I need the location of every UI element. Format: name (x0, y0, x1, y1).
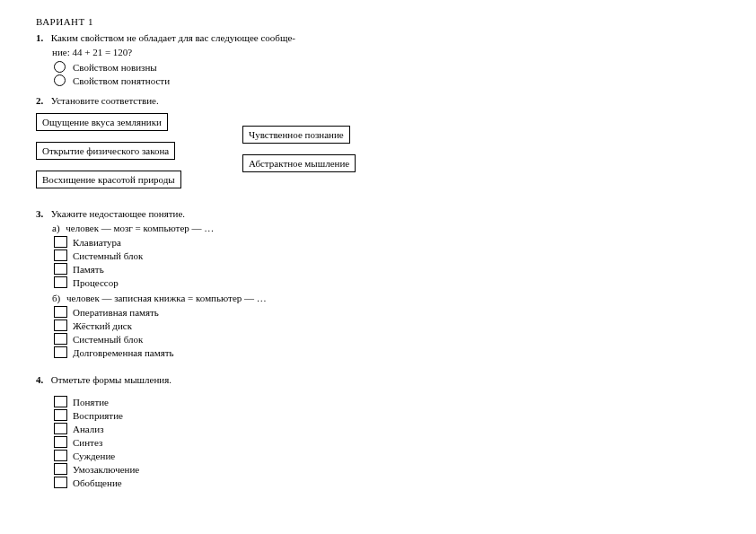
q3-sub-a-label: а) (52, 223, 60, 233)
radio-icon (54, 74, 66, 86)
q3b-option-4[interactable]: Долговременная память (54, 346, 756, 358)
q4-option-2[interactable]: Восприятие (54, 409, 756, 421)
q3b-option-2[interactable]: Жёсткий диск (54, 320, 756, 331)
q4-option-2-label: Восприятие (73, 410, 123, 421)
q3a-option-1-label: Клавиатура (73, 237, 121, 248)
q3a-option-2-label: Системный блок (73, 250, 143, 261)
checkbox-icon (54, 320, 67, 331)
checkbox-icon (54, 236, 67, 248)
q3-sub-a-text: человек — мозг = компьютер — … (66, 223, 214, 233)
q3-text: Укажите недостающее понятие. (51, 208, 185, 219)
checkbox-icon (54, 249, 67, 261)
q1-option-1-label: Свойством новизны (73, 62, 157, 73)
checkbox-icon (54, 306, 67, 318)
checkbox-icon (54, 477, 67, 488)
q3a-option-1[interactable]: Клавиатура (54, 236, 756, 248)
checkbox-icon (54, 409, 67, 421)
q3b-option-2-label: Жёсткий диск (73, 320, 132, 331)
q2-number: 2. (36, 95, 48, 106)
q3-sub-b-text: человек — записная книжка = компьютер — … (66, 293, 267, 303)
match-right-2[interactable]: Абстрактное мышление (242, 154, 356, 172)
checkbox-icon (54, 263, 67, 275)
question-1: 1. Каким свойством не обладает для вас с… (36, 32, 756, 86)
question-4: 4. Отметьте формы мышления. Понятие Восп… (36, 374, 756, 488)
checkbox-icon (54, 333, 67, 345)
q4-option-3-label: Анализ (73, 424, 104, 434)
checkbox-icon (54, 450, 67, 461)
checkbox-icon (54, 423, 67, 434)
checkbox-icon (54, 436, 67, 448)
q3a-option-3-label: Память (73, 264, 104, 275)
variant-title: ВАРИАНТ 1 (36, 16, 756, 27)
q4-option-4[interactable]: Синтез (54, 436, 756, 448)
radio-icon (54, 61, 66, 73)
q4-option-7[interactable]: Обобщение (54, 477, 756, 488)
q3a-option-2[interactable]: Системный блок (54, 249, 756, 261)
q4-option-1[interactable]: Понятие (54, 396, 756, 407)
q3b-option-3-label: Системный блок (73, 334, 143, 345)
q3-number: 3. (36, 208, 48, 219)
q3b-option-4-label: Долговременная память (73, 347, 174, 358)
q1-text-line1: Каким свойством не обладает для вас след… (51, 32, 295, 43)
q4-option-6-label: Умозаключение (73, 464, 139, 475)
page-content: ВАРИАНТ 1 1. Каким свойством не обладает… (0, 0, 756, 488)
match-container: Ощущение вкуса земляники Открытие физиче… (36, 113, 756, 199)
q4-number: 4. (36, 374, 48, 385)
q4-option-6[interactable]: Умозаключение (54, 463, 756, 475)
checkbox-icon (54, 463, 67, 475)
q3-sub-b-label: б) (52, 293, 60, 303)
q1-option-2-label: Свойством понятности (73, 75, 170, 86)
match-left-2[interactable]: Открытие физического закона (36, 142, 175, 160)
q1-option-2[interactable]: Свойством понятности (54, 74, 756, 86)
question-2: 2. Установите соответствие. Ощущение вку… (36, 95, 756, 199)
checkbox-icon (54, 396, 67, 407)
q4-text: Отметьте формы мышления. (51, 374, 171, 385)
match-right-1[interactable]: Чувственное познание (242, 126, 350, 144)
q4-option-4-label: Синтез (73, 437, 102, 448)
question-3: 3. Укажите недостающее понятие. а) челов… (36, 208, 756, 358)
q4-option-3[interactable]: Анализ (54, 423, 756, 434)
q2-text: Установите соответствие. (51, 95, 159, 106)
q3a-option-4-label: Процессор (73, 277, 119, 288)
q4-option-7-label: Обобщение (73, 477, 122, 488)
match-left-3[interactable]: Восхищение красотой природы (36, 171, 181, 188)
q4-option-5[interactable]: Суждение (54, 450, 756, 461)
q3a-option-4[interactable]: Процессор (54, 276, 756, 288)
match-left-1[interactable]: Ощущение вкуса земляники (36, 113, 168, 131)
q3b-option-3[interactable]: Системный блок (54, 333, 756, 345)
q1-option-1[interactable]: Свойством новизны (54, 61, 756, 73)
q4-option-5-label: Суждение (73, 451, 115, 461)
checkbox-icon (54, 346, 67, 358)
q3a-option-3[interactable]: Память (54, 263, 756, 275)
q1-text-line2: ние: 44 + 21 = 120? (52, 47, 132, 57)
q3b-option-1-label: Оперативная память (73, 307, 159, 318)
q3b-option-1[interactable]: Оперативная память (54, 306, 756, 318)
q1-number: 1. (36, 32, 48, 43)
checkbox-icon (54, 276, 67, 288)
q4-option-1-label: Понятие (73, 397, 109, 407)
